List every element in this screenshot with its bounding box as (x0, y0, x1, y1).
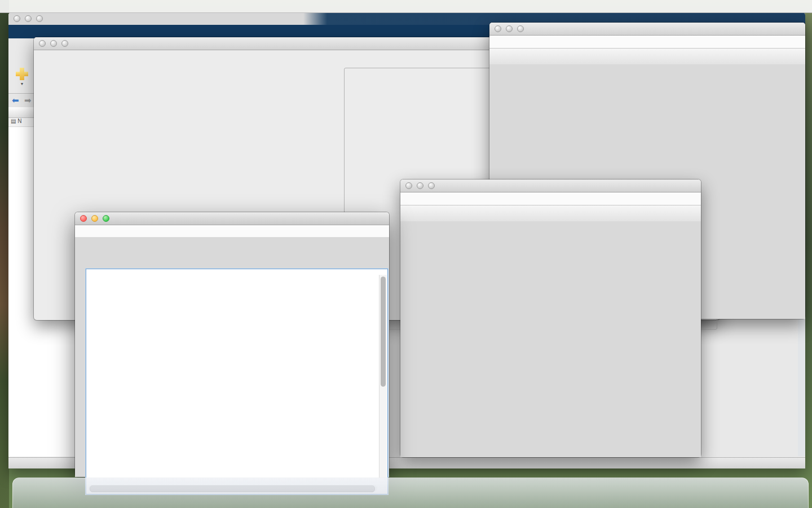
minimize-button[interactable] (417, 182, 423, 189)
back-arrow-icon[interactable]: ⬅ (12, 95, 19, 106)
close-button[interactable] (405, 182, 412, 189)
close-button[interactable] (14, 15, 20, 22)
desktop-background (0, 0, 9, 508)
figure2-toolbar (489, 49, 805, 66)
figure3-titlebar[interactable] (75, 212, 389, 225)
zoom-button[interactable] (428, 182, 435, 189)
minimize-button[interactable] (91, 215, 98, 222)
chevron-down-icon: ▼ (13, 82, 31, 86)
minimize-button[interactable] (25, 15, 32, 22)
figure1-contour-plot (400, 221, 701, 457)
vertical-scrollbar[interactable] (379, 275, 387, 478)
dock (12, 478, 809, 508)
figure1-window[interactable] (400, 179, 701, 457)
figure1-titlebar[interactable] (400, 179, 701, 192)
figure3-body (75, 237, 389, 477)
zoom-button[interactable] (36, 15, 43, 22)
new-script-button[interactable]: ▼ (13, 68, 31, 86)
figure1-body (400, 221, 701, 457)
zoom-button[interactable] (103, 215, 109, 222)
zoom-button[interactable] (61, 40, 68, 47)
results-table-container (86, 269, 388, 494)
figure3-window[interactable] (75, 212, 389, 477)
figure3-menubar (75, 225, 389, 238)
figure1-toolbar (400, 205, 701, 223)
matlab-toolstrip: ▼ (8, 38, 34, 95)
window-controls[interactable] (14, 15, 43, 22)
new-plus-icon (16, 68, 28, 80)
minimize-button[interactable] (50, 40, 57, 47)
forward-arrow-icon[interactable]: ➡ (24, 95, 32, 106)
vertical-scroll-thumb[interactable] (381, 277, 386, 387)
macos-menu-bar (0, 0, 812, 13)
zoom-button[interactable] (517, 25, 524, 32)
close-button[interactable] (39, 40, 46, 47)
figure1-menubar (400, 192, 701, 205)
figure2-menubar (489, 36, 805, 49)
minimize-button[interactable] (506, 25, 513, 32)
close-button[interactable] (495, 25, 501, 32)
figure2-titlebar[interactable] (489, 23, 805, 36)
close-button[interactable] (80, 215, 87, 222)
